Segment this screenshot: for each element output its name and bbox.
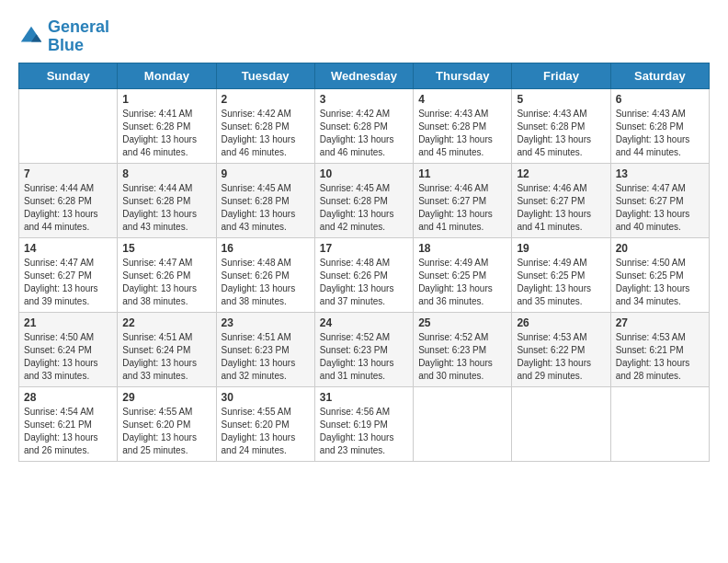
calendar-cell: 31Sunrise: 4:56 AM Sunset: 6:19 PM Dayli… <box>314 386 413 461</box>
calendar-week-row: 14Sunrise: 4:47 AM Sunset: 6:27 PM Dayli… <box>19 237 710 312</box>
calendar-cell: 4Sunrise: 4:43 AM Sunset: 6:28 PM Daylig… <box>414 88 512 163</box>
day-info: Sunrise: 4:41 AM Sunset: 6:28 PM Dayligh… <box>122 108 210 159</box>
calendar-week-row: 7Sunrise: 4:44 AM Sunset: 6:28 PM Daylig… <box>19 163 710 237</box>
day-info: Sunrise: 4:42 AM Sunset: 6:28 PM Dayligh… <box>222 108 310 159</box>
day-header-sunday: Sunday <box>19 63 118 88</box>
day-info: Sunrise: 4:49 AM Sunset: 6:25 PM Dayligh… <box>418 257 506 308</box>
page-header: General Blue <box>18 18 710 55</box>
calendar-cell: 22Sunrise: 4:51 AM Sunset: 6:24 PM Dayli… <box>118 312 216 386</box>
day-number: 1 <box>122 93 210 106</box>
day-number: 28 <box>24 391 112 404</box>
calendar-cell: 28Sunrise: 4:54 AM Sunset: 6:21 PM Dayli… <box>19 386 118 461</box>
day-number: 18 <box>418 242 506 255</box>
logo-icon <box>18 24 44 50</box>
day-number: 20 <box>616 242 704 255</box>
day-header-friday: Friday <box>512 63 610 88</box>
day-number: 5 <box>517 93 605 106</box>
calendar-cell <box>610 386 709 461</box>
day-header-thursday: Thursday <box>414 63 512 88</box>
day-number: 27 <box>616 316 704 329</box>
day-number: 7 <box>24 167 112 180</box>
day-number: 9 <box>222 167 310 180</box>
calendar-cell: 10Sunrise: 4:45 AM Sunset: 6:28 PM Dayli… <box>314 163 413 237</box>
day-info: Sunrise: 4:46 AM Sunset: 6:27 PM Dayligh… <box>418 182 506 234</box>
calendar-cell: 13Sunrise: 4:47 AM Sunset: 6:27 PM Dayli… <box>610 163 709 237</box>
calendar-cell: 6Sunrise: 4:43 AM Sunset: 6:28 PM Daylig… <box>610 88 709 163</box>
day-info: Sunrise: 4:51 AM Sunset: 6:23 PM Dayligh… <box>222 331 310 383</box>
day-info: Sunrise: 4:53 AM Sunset: 6:21 PM Dayligh… <box>616 331 704 383</box>
calendar-cell <box>19 88 118 163</box>
calendar-cell: 12Sunrise: 4:46 AM Sunset: 6:27 PM Dayli… <box>512 163 610 237</box>
day-number: 10 <box>320 167 408 180</box>
day-number: 31 <box>320 391 408 404</box>
day-info: Sunrise: 4:47 AM Sunset: 6:26 PM Dayligh… <box>122 257 210 308</box>
day-number: 15 <box>122 242 210 255</box>
calendar-cell: 14Sunrise: 4:47 AM Sunset: 6:27 PM Dayli… <box>19 237 118 312</box>
calendar-cell: 8Sunrise: 4:44 AM Sunset: 6:28 PM Daylig… <box>118 163 216 237</box>
logo: General Blue <box>18 18 109 55</box>
day-number: 29 <box>122 391 210 404</box>
calendar-cell: 11Sunrise: 4:46 AM Sunset: 6:27 PM Dayli… <box>414 163 512 237</box>
logo-text: General Blue <box>48 18 109 55</box>
day-number: 21 <box>24 316 112 329</box>
day-info: Sunrise: 4:55 AM Sunset: 6:20 PM Dayligh… <box>222 406 310 457</box>
calendar-cell: 1Sunrise: 4:41 AM Sunset: 6:28 PM Daylig… <box>118 88 216 163</box>
day-number: 24 <box>320 316 408 329</box>
calendar-week-row: 1Sunrise: 4:41 AM Sunset: 6:28 PM Daylig… <box>19 88 710 163</box>
day-info: Sunrise: 4:49 AM Sunset: 6:25 PM Dayligh… <box>517 257 605 308</box>
day-number: 13 <box>616 167 704 180</box>
calendar-cell: 9Sunrise: 4:45 AM Sunset: 6:28 PM Daylig… <box>216 163 314 237</box>
day-info: Sunrise: 4:50 AM Sunset: 6:24 PM Dayligh… <box>24 331 112 383</box>
calendar-cell: 3Sunrise: 4:42 AM Sunset: 6:28 PM Daylig… <box>314 88 413 163</box>
day-number: 16 <box>222 242 310 255</box>
day-info: Sunrise: 4:48 AM Sunset: 6:26 PM Dayligh… <box>320 257 408 308</box>
day-header-saturday: Saturday <box>610 63 709 88</box>
calendar-cell: 2Sunrise: 4:42 AM Sunset: 6:28 PM Daylig… <box>216 88 314 163</box>
day-info: Sunrise: 4:54 AM Sunset: 6:21 PM Dayligh… <box>24 406 112 457</box>
calendar-cell: 16Sunrise: 4:48 AM Sunset: 6:26 PM Dayli… <box>216 237 314 312</box>
day-info: Sunrise: 4:48 AM Sunset: 6:26 PM Dayligh… <box>222 257 310 308</box>
day-info: Sunrise: 4:56 AM Sunset: 6:19 PM Dayligh… <box>320 406 408 457</box>
calendar-header-row: SundayMondayTuesdayWednesdayThursdayFrid… <box>19 63 710 88</box>
day-info: Sunrise: 4:43 AM Sunset: 6:28 PM Dayligh… <box>418 108 506 159</box>
day-info: Sunrise: 4:43 AM Sunset: 6:28 PM Dayligh… <box>517 108 605 159</box>
calendar-cell: 27Sunrise: 4:53 AM Sunset: 6:21 PM Dayli… <box>610 312 709 386</box>
calendar-cell: 20Sunrise: 4:50 AM Sunset: 6:25 PM Dayli… <box>610 237 709 312</box>
day-info: Sunrise: 4:53 AM Sunset: 6:22 PM Dayligh… <box>517 331 605 383</box>
day-info: Sunrise: 4:47 AM Sunset: 6:27 PM Dayligh… <box>616 182 704 234</box>
day-info: Sunrise: 4:55 AM Sunset: 6:20 PM Dayligh… <box>122 406 210 457</box>
day-number: 6 <box>616 93 704 106</box>
calendar-cell: 29Sunrise: 4:55 AM Sunset: 6:20 PM Dayli… <box>118 386 216 461</box>
day-number: 22 <box>122 316 210 329</box>
day-info: Sunrise: 4:47 AM Sunset: 6:27 PM Dayligh… <box>24 257 112 308</box>
day-number: 30 <box>222 391 310 404</box>
day-info: Sunrise: 4:45 AM Sunset: 6:28 PM Dayligh… <box>222 182 310 234</box>
calendar-cell: 24Sunrise: 4:52 AM Sunset: 6:23 PM Dayli… <box>314 312 413 386</box>
calendar-cell: 18Sunrise: 4:49 AM Sunset: 6:25 PM Dayli… <box>414 237 512 312</box>
day-header-tuesday: Tuesday <box>216 63 314 88</box>
day-info: Sunrise: 4:52 AM Sunset: 6:23 PM Dayligh… <box>418 331 506 383</box>
day-number: 11 <box>418 167 506 180</box>
day-info: Sunrise: 4:51 AM Sunset: 6:24 PM Dayligh… <box>122 331 210 383</box>
day-info: Sunrise: 4:44 AM Sunset: 6:28 PM Dayligh… <box>122 182 210 234</box>
calendar-cell: 7Sunrise: 4:44 AM Sunset: 6:28 PM Daylig… <box>19 163 118 237</box>
day-info: Sunrise: 4:52 AM Sunset: 6:23 PM Dayligh… <box>320 331 408 383</box>
day-number: 14 <box>24 242 112 255</box>
day-number: 3 <box>320 93 408 106</box>
calendar-week-row: 28Sunrise: 4:54 AM Sunset: 6:21 PM Dayli… <box>19 386 710 461</box>
calendar-cell: 19Sunrise: 4:49 AM Sunset: 6:25 PM Dayli… <box>512 237 610 312</box>
day-number: 23 <box>222 316 310 329</box>
day-info: Sunrise: 4:50 AM Sunset: 6:25 PM Dayligh… <box>616 257 704 308</box>
day-number: 2 <box>222 93 310 106</box>
day-info: Sunrise: 4:42 AM Sunset: 6:28 PM Dayligh… <box>320 108 408 159</box>
day-number: 26 <box>517 316 605 329</box>
calendar-table: SundayMondayTuesdayWednesdayThursdayFrid… <box>18 63 710 462</box>
day-number: 12 <box>517 167 605 180</box>
calendar-cell: 15Sunrise: 4:47 AM Sunset: 6:26 PM Dayli… <box>118 237 216 312</box>
day-number: 17 <box>320 242 408 255</box>
calendar-cell <box>512 386 610 461</box>
day-info: Sunrise: 4:45 AM Sunset: 6:28 PM Dayligh… <box>320 182 408 234</box>
calendar-cell: 21Sunrise: 4:50 AM Sunset: 6:24 PM Dayli… <box>19 312 118 386</box>
day-number: 25 <box>418 316 506 329</box>
day-info: Sunrise: 4:44 AM Sunset: 6:28 PM Dayligh… <box>24 182 112 234</box>
